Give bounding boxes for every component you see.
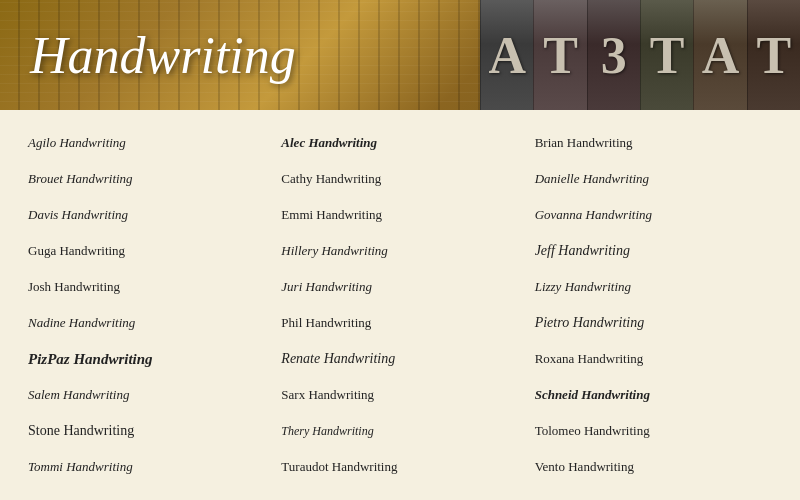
list-item[interactable]: Danielle Handwriting: [527, 161, 780, 197]
type-block-4: T: [640, 0, 693, 110]
header: Handwriting A T 3 T A T: [0, 0, 800, 110]
list-item[interactable]: Renate Handwriting: [273, 341, 526, 377]
type-blocks-decoration: A T 3 T A T: [480, 0, 800, 110]
type-block-6: T: [747, 0, 800, 110]
type-block-2: T: [533, 0, 586, 110]
list-item[interactable]: Salem Handwriting: [20, 377, 273, 413]
list-item[interactable]: Lizzy Handwriting: [527, 269, 780, 305]
list-item[interactable]: Agilo Handwriting: [20, 125, 273, 161]
list-item[interactable]: Brouet Handwriting: [20, 161, 273, 197]
list-item[interactable]: Josh Handwriting: [20, 269, 273, 305]
page-title: Handwriting: [0, 26, 296, 85]
list-item[interactable]: Govanna Handwriting: [527, 197, 780, 233]
list-item[interactable]: Juri Handwriting: [273, 269, 526, 305]
list-item[interactable]: Tolomeo Handwriting: [527, 413, 780, 449]
list-item[interactable]: Roxana Handwriting: [527, 341, 780, 377]
type-block-3: 3: [587, 0, 640, 110]
list-item[interactable]: Nadine Handwriting: [20, 305, 273, 341]
list-item[interactable]: Stone Handwriting: [20, 413, 273, 449]
list-item[interactable]: Hillery Handwriting: [273, 233, 526, 269]
list-item[interactable]: Emmi Handwriting: [273, 197, 526, 233]
list-item[interactable]: PizPaz Handwriting: [20, 341, 273, 377]
list-item[interactable]: Phil Handwriting: [273, 305, 526, 341]
list-item[interactable]: Alec Handwriting: [273, 125, 526, 161]
list-item[interactable]: Davis Handwriting: [20, 197, 273, 233]
list-item[interactable]: Schneid Handwriting: [527, 377, 780, 413]
list-item[interactable]: Jeff Handwriting: [527, 233, 780, 269]
list-item[interactable]: Pietro Handwriting: [527, 305, 780, 341]
type-block-1: A: [480, 0, 533, 110]
list-item[interactable]: Turaudot Handwriting: [273, 449, 526, 485]
list-item[interactable]: Thery Handwriting: [273, 413, 526, 449]
font-grid: Agilo Handwriting Alec Handwriting Brian…: [0, 110, 800, 500]
type-block-5: A: [693, 0, 746, 110]
list-item[interactable]: Sarx Handwriting: [273, 377, 526, 413]
list-item[interactable]: Tommi Handwriting: [20, 449, 273, 485]
list-item[interactable]: Guga Handwriting: [20, 233, 273, 269]
list-item[interactable]: Brian Handwriting: [527, 125, 780, 161]
list-item[interactable]: Cathy Handwriting: [273, 161, 526, 197]
list-item[interactable]: Vento Handwriting: [527, 449, 780, 485]
